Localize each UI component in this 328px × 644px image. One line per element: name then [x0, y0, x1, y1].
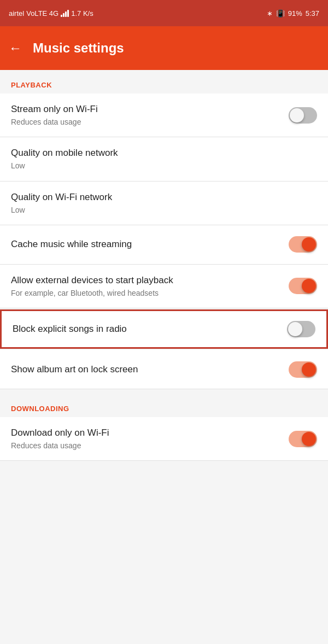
network-type-label: VoLTE 4G — [26, 9, 58, 17]
settings-item-text-external-devices: Allow external devices to start playback… — [11, 274, 280, 298]
settings-item-text-quality-mobile: Quality on mobile networkLow — [11, 147, 308, 171]
settings-item-text-stream-wifi: Stream only on Wi-FiReduces data usage — [11, 103, 280, 127]
settings-item-subtitle-external-devices: For example, car Bluetooth, wired headse… — [11, 288, 280, 298]
toggle-show-album-art[interactable] — [289, 361, 317, 378]
status-left: airtel VoLTE 4G 1.7 K/s — [9, 9, 93, 17]
section-header-playback: PLAYBACK — [0, 70, 328, 93]
toggle-thumb-show-album-art — [302, 362, 316, 377]
settings-content: PLAYBACKStream only on Wi-FiReduces data… — [0, 70, 328, 644]
settings-item-text-cache-music: Cache music while streaming — [11, 238, 280, 250]
settings-item-block-explicit[interactable]: Block explicit songs in radio — [0, 309, 328, 349]
status-right: ∗ 📳 91% 5:37 — [267, 9, 319, 17]
status-bar: airtel VoLTE 4G 1.7 K/s ∗ 📳 91% 5:37 — [0, 0, 328, 26]
settings-item-title-quality-mobile: Quality on mobile network — [11, 147, 308, 159]
toggle-thumb-block-explicit — [288, 322, 302, 336]
settings-item-subtitle-download-wifi: Reduces data usage — [11, 441, 280, 450]
settings-item-text-download-wifi: Download only on Wi-FiReduces data usage — [11, 427, 280, 450]
settings-item-subtitle-quality-mobile: Low — [11, 161, 308, 171]
toggle-external-devices[interactable] — [289, 278, 317, 294]
toggle-download-wifi[interactable] — [289, 431, 317, 447]
toggle-block-explicit[interactable] — [287, 321, 315, 337]
settings-item-show-album-art[interactable]: Show album art on lock screen — [0, 350, 328, 389]
settings-item-download-wifi[interactable]: Download only on Wi-FiReduces data usage — [0, 417, 328, 461]
settings-item-subtitle-quality-wifi: Low — [11, 205, 308, 215]
bluetooth-icon: ∗ — [267, 9, 273, 17]
section-gap — [0, 389, 328, 394]
vibrate-icon: 📳 — [276, 9, 285, 17]
settings-item-text-quality-wifi: Quality on Wi-Fi networkLow — [11, 191, 308, 215]
signal-bar-3 — [65, 11, 67, 17]
settings-item-subtitle-stream-wifi: Reduces data usage — [11, 117, 280, 127]
app-bar: ← Music settings — [0, 26, 328, 70]
settings-item-external-devices[interactable]: Allow external devices to start playback… — [0, 265, 328, 308]
settings-item-title-cache-music: Cache music while streaming — [11, 238, 280, 250]
settings-item-text-block-explicit: Block explicit songs in radio — [13, 323, 278, 335]
section-header-downloading: DOWNLOADING — [0, 394, 328, 417]
toggle-cache-music[interactable] — [289, 236, 317, 253]
settings-item-cache-music[interactable]: Cache music while streaming — [0, 225, 328, 265]
settings-item-title-stream-wifi: Stream only on Wi-Fi — [11, 103, 280, 115]
settings-item-title-show-album-art: Show album art on lock screen — [11, 364, 280, 376]
settings-item-title-quality-wifi: Quality on Wi-Fi network — [11, 191, 308, 203]
settings-item-quality-mobile[interactable]: Quality on mobile networkLow — [0, 137, 328, 181]
carrier-label: airtel — [9, 9, 24, 17]
settings-item-quality-wifi[interactable]: Quality on Wi-Fi networkLow — [0, 182, 328, 225]
toggle-thumb-stream-wifi — [290, 108, 304, 122]
settings-item-title-download-wifi: Download only on Wi-Fi — [11, 427, 280, 439]
signal-bar-2 — [63, 13, 65, 17]
settings-item-stream-wifi[interactable]: Stream only on Wi-FiReduces data usage — [0, 93, 328, 137]
back-button[interactable]: ← — [9, 40, 22, 56]
page-title: Music settings — [33, 40, 124, 56]
signal-bar-4 — [67, 10, 69, 17]
settings-item-title-block-explicit: Block explicit songs in radio — [13, 323, 278, 335]
time-label: 5:37 — [306, 9, 319, 17]
signal-bars — [61, 9, 69, 17]
signal-bar-1 — [61, 15, 62, 17]
battery-label: 91% — [288, 9, 302, 17]
settings-item-text-show-album-art: Show album art on lock screen — [11, 364, 280, 376]
settings-item-title-external-devices: Allow external devices to start playback — [11, 274, 280, 286]
speed-label: 1.7 K/s — [71, 9, 93, 17]
toggle-stream-wifi[interactable] — [289, 107, 317, 124]
toggle-thumb-download-wifi — [302, 432, 316, 446]
